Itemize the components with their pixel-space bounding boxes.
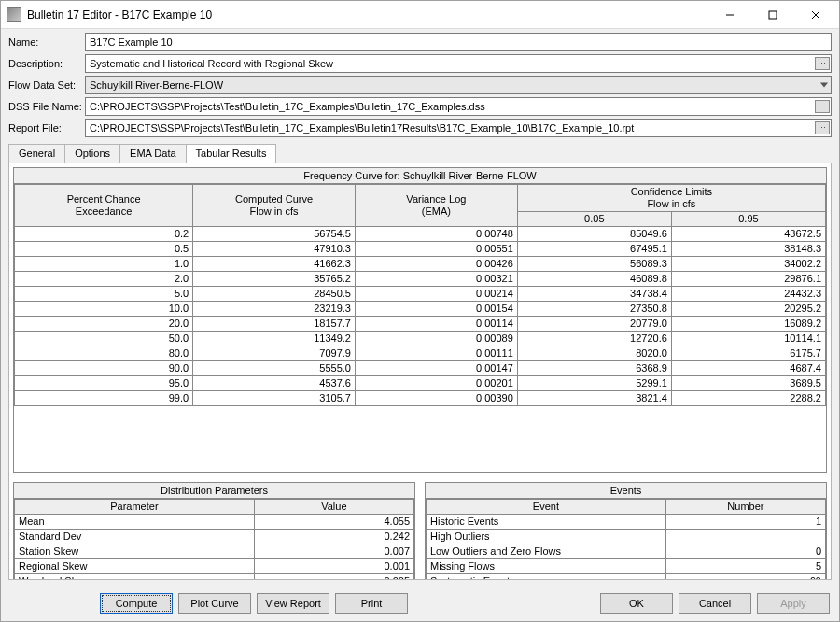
cell: 5.0 — [15, 287, 193, 302]
maximize-button[interactable] — [751, 1, 794, 28]
cell: 0.00214 — [355, 287, 517, 302]
table-row: Station Skew0.007 — [15, 544, 414, 559]
cell: 0.5 — [15, 242, 193, 257]
apply-button[interactable]: Apply — [757, 593, 830, 614]
cell: 5555.0 — [193, 361, 356, 376]
cell: 0.00201 — [355, 376, 517, 391]
table-row: 5.028450.50.0021434738.424432.3 — [15, 287, 826, 302]
cell: 90.0 — [15, 361, 193, 376]
cell: 0.001 — [254, 559, 413, 574]
tab-general[interactable]: General — [8, 144, 65, 163]
hdr-pct: Percent Chance Exceedance — [15, 185, 193, 227]
compute-button[interactable]: Compute — [100, 593, 173, 614]
cell: 41662.3 — [193, 257, 356, 272]
cell: 6175.7 — [671, 346, 825, 361]
cell: 29876.1 — [671, 272, 825, 287]
cell: 0 — [665, 544, 825, 559]
cell: 0.00748 — [355, 227, 517, 242]
view-report-button[interactable]: View Report — [257, 593, 329, 614]
cell: 8020.0 — [517, 346, 671, 361]
cell: 46089.8 — [517, 272, 671, 287]
reportfile-field[interactable] — [85, 119, 832, 137]
table-row: Historic Events1 — [427, 515, 826, 530]
cell: 2.0 — [15, 272, 193, 287]
cell: 1 — [665, 515, 825, 530]
cell: 0.007 — [254, 544, 413, 559]
name-field[interactable] — [85, 33, 832, 51]
button-row: Compute Plot Curve View Report Print OK … — [1, 587, 839, 621]
cell: 11349.2 — [193, 332, 356, 346]
tab-tabular-results[interactable]: Tabular Results — [186, 144, 277, 163]
cell: 20.0 — [15, 317, 193, 332]
table-row: 90.05555.00.001476368.94687.4 — [15, 361, 826, 376]
close-icon — [811, 10, 820, 20]
frequency-title: Frequency Curve for: Schuylkill River-Be… — [14, 168, 826, 184]
table-row: Missing Flows5 — [427, 559, 826, 574]
cell: Historic Events — [427, 515, 666, 530]
plot-curve-button[interactable]: Plot Curve — [178, 593, 251, 614]
events-table: Event Number Historic Events1High Outlie… — [426, 499, 826, 580]
cancel-button[interactable]: Cancel — [679, 593, 751, 614]
cell: Low Outliers and Zero Flows — [427, 544, 666, 559]
dssfile-label: DSS File Name: — [8, 101, 85, 112]
minimize-button[interactable] — [708, 1, 751, 28]
row-description: Description: ⋯ — [8, 54, 832, 73]
cell: Missing Flows — [427, 559, 666, 574]
cell: 80.0 — [15, 346, 193, 361]
titlebar: Bulletin 17 Editor - B17C Example 10 — [1, 1, 839, 29]
cell: 4.055 — [254, 515, 413, 530]
hdr-computed: Computed Curve Flow in cfs — [193, 185, 356, 227]
cell: 43672.5 — [671, 227, 825, 242]
cell: Standard Dev — [15, 530, 255, 544]
ok-button[interactable]: OK — [600, 593, 673, 614]
table-row: Systematic Events69 — [427, 574, 826, 581]
table-row: 0.547910.30.0055167495.138148.3 — [15, 242, 826, 257]
cell: High Outliers — [427, 530, 666, 544]
dssfile-field[interactable] — [85, 97, 832, 116]
cell: 47910.3 — [193, 242, 356, 257]
hdr-event: Event — [427, 500, 666, 515]
cell: 0.00147 — [355, 361, 517, 376]
description-more-button[interactable]: ⋯ — [815, 57, 830, 70]
hdr-value: Value — [254, 500, 413, 515]
cell: 0.2 — [15, 227, 193, 242]
hdr-number: Number — [665, 500, 825, 515]
row-name: Name: — [8, 33, 832, 51]
cell — [665, 530, 825, 544]
cell: 0.00111 — [355, 346, 517, 361]
cell: 56754.5 — [193, 227, 356, 242]
cell: 5 — [665, 559, 825, 574]
table-row: 95.04537.60.002015299.13689.5 — [15, 376, 826, 391]
minimize-icon — [725, 10, 735, 20]
table-row: 99.03105.70.003903821.42288.2 — [15, 391, 826, 406]
flowdata-value: Schuylkill River-Berne-FLOW — [90, 79, 223, 91]
cell: 0.00551 — [355, 242, 517, 257]
app-icon — [7, 7, 21, 22]
cell: Station Skew — [15, 544, 255, 559]
cell: 0.00114 — [355, 317, 517, 332]
flowdata-combo[interactable]: Schuylkill River-Berne-FLOW — [85, 76, 832, 94]
events-panel: Events Event Number Historic Events1High… — [425, 482, 827, 580]
tab-options[interactable]: Options — [64, 144, 120, 163]
cell: Weighted Skew — [15, 574, 255, 581]
table-row: 80.07097.90.001118020.06175.7 — [15, 346, 826, 361]
row-dssfile: DSS File Name: ⋯ — [8, 97, 832, 116]
distribution-title: Distribution Parameters — [14, 483, 414, 499]
reportfile-more-button[interactable]: ⋯ — [815, 121, 830, 134]
cell: 99.0 — [15, 391, 193, 406]
row-flowdata: Flow Data Set: Schuylkill River-Berne-FL… — [8, 76, 832, 94]
cell: 28450.5 — [193, 287, 356, 302]
table-row: 2.035765.20.0032146089.829876.1 — [15, 272, 826, 287]
cell: 56089.3 — [517, 257, 671, 272]
cell: 0.00089 — [355, 332, 517, 346]
description-field[interactable] — [85, 54, 832, 73]
print-button[interactable]: Print — [335, 593, 408, 614]
row-reportfile: Report File: ⋯ — [8, 119, 832, 137]
dssfile-more-button[interactable]: ⋯ — [815, 100, 830, 113]
cell: 3689.5 — [671, 376, 825, 391]
close-button[interactable] — [794, 1, 837, 28]
tab-strip: GeneralOptionsEMA DataTabular Results — [8, 144, 832, 163]
hdr-param: Parameter — [15, 500, 255, 515]
tab-ema-data[interactable]: EMA Data — [119, 144, 187, 163]
cell: 2288.2 — [671, 391, 825, 406]
